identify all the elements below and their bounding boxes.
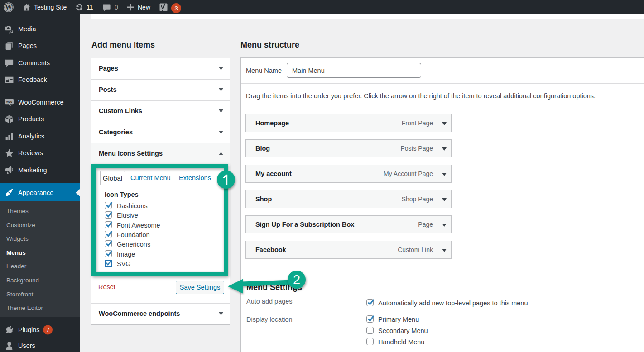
svg-text:W: W	[5, 3, 12, 11]
svg-text:woo: woo	[6, 100, 12, 103]
